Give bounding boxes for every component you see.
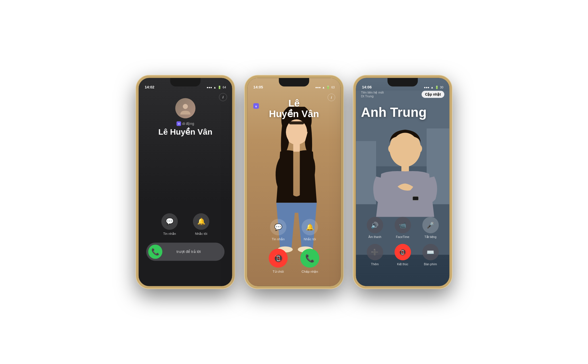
viber-icon: v [177, 121, 181, 126]
accept-button[interactable]: 📞 Chấp nhận [300, 249, 319, 273]
slide-text: trượt để trả lời [163, 249, 223, 254]
avatar-silhouette [179, 102, 192, 115]
call-type: di động [182, 122, 194, 126]
phone1-status-bar: 14:02 ●●● ▲ 🔋 64 [139, 78, 232, 90]
decline-circle: 📵 [269, 249, 288, 268]
decline-label: Từ chối [273, 270, 284, 273]
battery-icon: 🔋 [326, 86, 330, 89]
phone2-remind-button[interactable]: 🔔 Nhắc tôi [301, 219, 318, 241]
phone3-time: 14:06 [362, 85, 372, 89]
svg-rect-17 [413, 197, 418, 200]
phone1-status-icons: ●●● ▲ 🔋 64 [207, 86, 226, 89]
slide-handle: 📞 [148, 245, 162, 259]
phone2-caller-name-area: Lê Huyền Vân [247, 93, 341, 119]
battery-icon: 🔋 [218, 86, 221, 89]
svg-rect-5 [293, 144, 300, 152]
phone3-frame: 14:06 ●●● ▲ 🔋 30 Tên liên hệ mới Dt Trun… [353, 75, 452, 289]
wifi-icon: ▲ [431, 86, 434, 89]
phone2-frame: 14:05 ●●● ▲ 🔋 63 v i Lê Huyền Vân [245, 75, 343, 289]
phone2-remind-label: Nhắc tôi [304, 237, 316, 241]
remind-label: Nhắc tôi [195, 232, 207, 235]
add-call-label: Thêm [371, 262, 379, 266]
audio-circle: 🔊 [367, 217, 383, 233]
new-contact-label: Tên liên hệ mới [361, 90, 421, 94]
keypad-circle: ⌨️ [422, 244, 439, 260]
signal-icon: ●●● [207, 86, 212, 89]
contact-sub-name: Dt Trung [361, 94, 421, 98]
svg-point-14 [388, 145, 394, 153]
phone2-time: 14:05 [253, 85, 263, 89]
phone2-call-row: 📵 Từ chối 📞 Chấp nhận [247, 249, 341, 273]
end-call-label: Kết thúc [397, 262, 408, 266]
end-call-circle: 📵 [394, 244, 411, 260]
svg-point-13 [391, 133, 419, 165]
keypad-label: Bàn phím [424, 262, 437, 266]
audio-button[interactable]: 🔊 Âm thanh [363, 217, 386, 239]
battery-level: 63 [331, 86, 335, 89]
wifi-icon: ▲ [213, 86, 216, 89]
svg-point-15 [416, 145, 422, 153]
caller-name-line1: Lê [247, 98, 341, 109]
viber-badge: v di động [177, 121, 194, 126]
decline-button[interactable]: 📵 Từ chối [269, 249, 288, 273]
accept-label: Chấp nhận [301, 270, 318, 273]
svg-rect-4 [289, 121, 304, 125]
phone3-top-bar: Tên liên hệ mới Dt Trung Cập nhật [356, 90, 450, 98]
caller-name-line2: Huyền Vân [247, 109, 341, 119]
message-label: Tin nhắn [163, 232, 176, 235]
remind-button[interactable]: 🔔 Nhắc tôi [193, 213, 209, 235]
phone2-remind-circle: 🔔 [301, 219, 318, 235]
message-button[interactable]: 💬 Tin nhắn [161, 213, 178, 235]
phone3-controls: 🔊 Âm thanh 📹 FaceTime 🎤 Tắt tiếng ➕ Thêm [356, 217, 450, 271]
signal-icon: ●●● [315, 86, 321, 89]
slide-to-answer-bar[interactable]: 📞 trượt để trả lời [146, 243, 225, 261]
action-buttons-row: 💬 Tin nhắn 🔔 Nhắc tôi [139, 213, 232, 235]
phone1-time: 14:02 [145, 85, 154, 89]
svg-rect-11 [356, 141, 376, 204]
battery-level: 64 [223, 86, 226, 89]
battery-level: 30 [440, 86, 443, 89]
remind-circle: 🔔 [193, 213, 209, 230]
facetime-circle: 📹 [394, 217, 411, 233]
battery-icon: 🔋 [435, 86, 439, 89]
end-call-button[interactable]: 📵 Kết thúc [391, 244, 414, 266]
phone2-action-row: 💬 Tin nhắn 🔔 Nhắc tôi [247, 219, 341, 241]
phone2-message-button[interactable]: 💬 Tin nhắn [270, 219, 286, 241]
phone3-status-icons: ●●● ▲ 🔋 30 [424, 86, 443, 89]
facetime-label: FaceTime [396, 235, 409, 239]
caller-name: Lê Huyền Vân [158, 127, 212, 136]
svg-point-0 [183, 104, 188, 109]
mute-circle: 🎤 [422, 217, 439, 233]
phone1-frame: 14:02 ●●● ▲ 🔋 64 i v [136, 75, 235, 289]
contact-update-area: Tên liên hệ mới Dt Trung [361, 90, 421, 98]
phones-container: 14:02 ●●● ▲ 🔋 64 i v [136, 75, 452, 289]
mute-button[interactable]: 🎤 Tắt tiếng [419, 217, 442, 239]
caller-avatar [175, 98, 195, 118]
add-call-button[interactable]: ➕ Thêm [363, 244, 386, 266]
phone3-caller-name: Anh Trung [361, 106, 444, 119]
controls-row-1: 🔊 Âm thanh 📹 FaceTime 🎤 Tắt tiếng [361, 217, 444, 239]
caller-name-big: Anh Trung [361, 106, 444, 119]
update-button[interactable]: Cập nhật [421, 91, 444, 98]
wifi-icon: ▲ [322, 86, 325, 89]
controls-row-2: ➕ Thêm 📵 Kết thúc ⌨️ Bàn phím [361, 244, 444, 266]
phone2-status-bar: 14:05 ●●● ▲ 🔋 63 [247, 78, 341, 90]
signal-icon: ●●● [424, 86, 429, 89]
accept-circle: 📞 [300, 249, 319, 268]
phone2-bottom-controls: 💬 Tin nhắn 🔔 Nhắc tôi 📵 Từ chối 📞 Chấp n… [247, 219, 341, 273]
audio-label: Âm thanh [368, 235, 381, 239]
facetime-button[interactable]: 📹 FaceTime [391, 217, 414, 239]
message-circle: 💬 [161, 213, 178, 230]
keypad-button[interactable]: ⌨️ Bàn phím [419, 244, 442, 266]
mute-label: Tắt tiếng [424, 235, 436, 239]
add-call-circle: ➕ [367, 244, 383, 260]
phone2-message-label: Tin nhắn [272, 237, 285, 241]
phone2-message-circle: 💬 [270, 219, 286, 235]
caller-area: v di động Lê Huyền Vân [139, 93, 232, 136]
phone2-status-icons: ●●● ▲ 🔋 63 [315, 86, 335, 89]
phone3-status-bar: 14:06 ●●● ▲ 🔋 30 [356, 78, 450, 90]
